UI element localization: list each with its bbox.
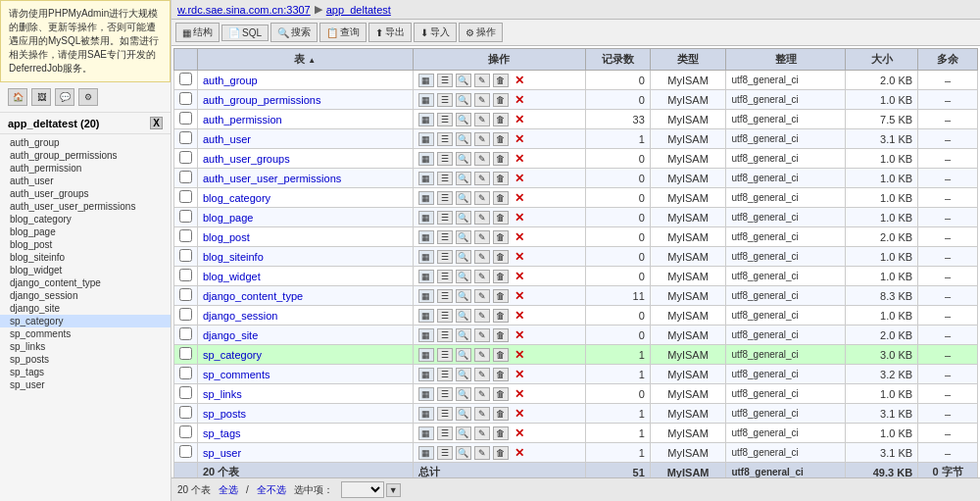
browse-icon[interactable]: ▦ [418,426,434,440]
search-row-icon[interactable]: 🔍 [456,289,471,303]
search-row-icon[interactable]: 🔍 [456,211,471,225]
delete-row-icon[interactable]: ✕ [512,172,527,185]
row-checkbox[interactable] [179,249,192,262]
row-checkbox[interactable] [179,445,192,458]
top-bar-server[interactable]: w.rdc.sae.sina.com.cn:3307 [177,4,311,16]
insert-row-icon[interactable]: ✎ [474,328,490,342]
search-row-icon[interactable]: 🔍 [456,74,471,87]
sidebar-table-item[interactable]: sp_comments [0,327,171,340]
structure-row-icon[interactable]: ☰ [437,387,453,401]
top-bar-db[interactable]: app_deltatest [326,4,391,16]
row-checkbox[interactable] [179,308,192,321]
structure-row-icon[interactable]: ☰ [437,152,453,166]
insert-row-icon[interactable]: ✎ [474,387,490,401]
browse-icon[interactable]: ▦ [418,250,434,264]
empty-row-icon[interactable]: 🗑 [493,152,509,166]
browse-icon[interactable]: ▦ [418,446,434,460]
browse-icon[interactable]: ▦ [418,348,434,362]
insert-row-icon[interactable]: ✎ [474,74,490,87]
insert-row-icon[interactable]: ✎ [474,191,490,205]
structure-row-icon[interactable]: ☰ [437,446,453,460]
row-checkbox[interactable] [179,327,192,340]
search-row-icon[interactable]: 🔍 [456,113,471,126]
row-checkbox[interactable] [179,426,192,438]
browse-icon[interactable]: ▦ [418,113,434,126]
search-row-icon[interactable]: 🔍 [456,407,471,421]
insert-row-icon[interactable]: ✎ [474,230,490,244]
delete-row-icon[interactable]: ✕ [512,446,527,460]
sidebar-table-item[interactable]: auth_group [0,136,171,149]
browse-icon[interactable]: ▦ [418,74,434,87]
dropdown-arrow-icon[interactable]: ▼ [386,483,401,497]
empty-row-icon[interactable]: 🗑 [493,309,509,323]
browse-icon[interactable]: ▦ [418,289,434,303]
row-checkbox[interactable] [179,406,192,419]
delete-row-icon[interactable]: ✕ [512,309,527,323]
delete-row-icon[interactable]: ✕ [512,74,527,87]
row-checkbox[interactable] [179,151,192,164]
row-table-name[interactable]: django_content_type [198,286,414,306]
sidebar-table-item[interactable]: blog_category [0,213,171,225]
sidebar-icon-image[interactable]: 🖼 [31,88,51,106]
sidebar-table-item[interactable]: auth_user [0,175,171,187]
browse-icon[interactable]: ▦ [418,230,434,244]
insert-row-icon[interactable]: ✎ [474,270,490,283]
sidebar-table-item[interactable]: django_content_type [0,276,171,289]
empty-row-icon[interactable]: 🗑 [493,230,509,244]
delete-row-icon[interactable]: ✕ [512,289,527,303]
row-checkbox[interactable] [179,386,192,399]
sidebar-table-item[interactable]: auth_permission [0,162,171,175]
browse-icon[interactable]: ▦ [418,211,434,225]
sidebar-table-item[interactable]: sp_tags [0,366,171,378]
structure-row-icon[interactable]: ☰ [437,250,453,264]
insert-row-icon[interactable]: ✎ [474,348,490,362]
delete-row-icon[interactable]: ✕ [512,250,527,264]
browse-icon[interactable]: ▦ [418,387,434,401]
row-table-name[interactable]: sp_tags [198,424,414,443]
delete-row-icon[interactable]: ✕ [512,191,527,205]
row-table-name[interactable]: auth_user_groups [198,149,414,169]
delete-row-icon[interactable]: ✕ [512,328,527,342]
insert-row-icon[interactable]: ✎ [474,132,490,146]
search-row-icon[interactable]: 🔍 [456,328,471,342]
search-button[interactable]: 🔍 搜索 [270,23,318,42]
empty-row-icon[interactable]: 🗑 [493,132,509,146]
row-table-name[interactable]: blog_siteinfo [198,247,414,267]
row-checkbox[interactable] [179,190,192,203]
structure-row-icon[interactable]: ☰ [437,191,453,205]
structure-row-icon[interactable]: ☰ [437,426,453,440]
structure-button[interactable]: ▦ 结构 [175,23,220,42]
empty-row-icon[interactable]: 🗑 [493,250,509,264]
row-table-name[interactable]: sp_user [198,443,414,463]
browse-icon[interactable]: ▦ [418,152,434,166]
structure-row-icon[interactable]: ☰ [437,230,453,244]
row-table-name[interactable]: auth_permission [198,110,414,129]
structure-row-icon[interactable]: ☰ [437,172,453,185]
row-checkbox[interactable] [179,131,192,144]
row-table-name[interactable]: blog_category [198,188,414,208]
browse-icon[interactable]: ▦ [418,328,434,342]
row-table-name[interactable]: sp_category [198,345,414,365]
delete-row-icon[interactable]: ✕ [512,348,527,362]
empty-row-icon[interactable]: 🗑 [493,387,509,401]
search-row-icon[interactable]: 🔍 [456,93,471,107]
sidebar-icon-settings[interactable]: ⚙ [78,88,98,106]
browse-icon[interactable]: ▦ [418,368,434,381]
row-table-name[interactable]: sp_comments [198,365,414,384]
export-button[interactable]: ⬆ 导出 [368,23,412,42]
row-checkbox[interactable] [179,210,192,223]
search-row-icon[interactable]: 🔍 [456,270,471,283]
browse-icon[interactable]: ▦ [418,191,434,205]
sidebar-table-item[interactable]: sp_posts [0,353,171,366]
delete-row-icon[interactable]: ✕ [512,93,527,107]
search-row-icon[interactable]: 🔍 [456,191,471,205]
search-row-icon[interactable]: 🔍 [456,368,471,381]
insert-row-icon[interactable]: ✎ [474,407,490,421]
empty-row-icon[interactable]: 🗑 [493,446,509,460]
delete-row-icon[interactable]: ✕ [512,230,527,244]
delete-row-icon[interactable]: ✕ [512,270,527,283]
structure-row-icon[interactable]: ☰ [437,74,453,87]
delete-row-icon[interactable]: ✕ [512,113,527,126]
sidebar-icon-bubble[interactable]: 💬 [55,88,74,106]
structure-row-icon[interactable]: ☰ [437,113,453,126]
